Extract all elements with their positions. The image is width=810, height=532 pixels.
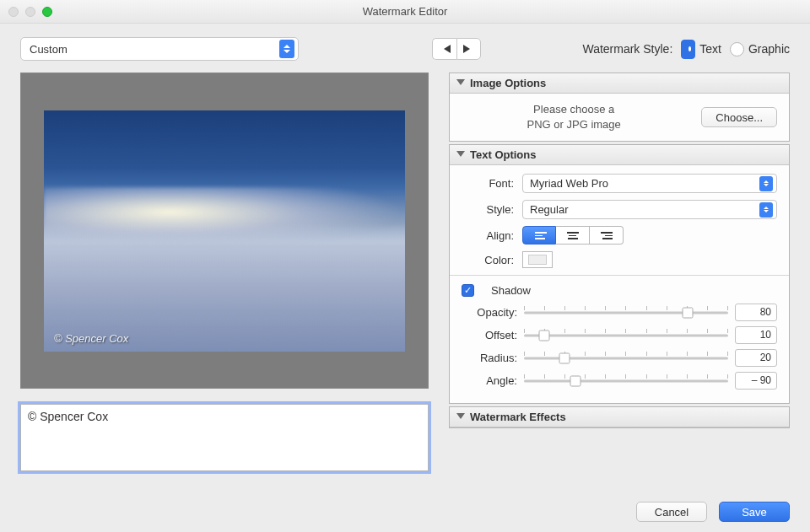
- dropdown-caret-icon: [279, 40, 294, 58]
- color-label: Color:: [462, 254, 514, 266]
- opacity-value[interactable]: 80: [735, 304, 777, 321]
- watermark-text-input[interactable]: © Spencer Cox: [20, 404, 429, 471]
- preview-area: © Spencer Cox: [20, 73, 429, 389]
- align-left-button[interactable]: [522, 226, 556, 245]
- disclosure-triangle-icon: [456, 413, 465, 423]
- radio-text-wrap[interactable]: Text: [681, 40, 721, 59]
- preset-value: Custom: [30, 43, 68, 56]
- disclosure-triangle-icon: [456, 79, 465, 89]
- radius-label: Radius:: [462, 352, 517, 364]
- radius-slider[interactable]: [524, 350, 728, 367]
- dropdown-caret-icon: [759, 176, 773, 191]
- toolbar: Custom Watermark Style: Text Graphic: [0, 24, 810, 67]
- radius-value[interactable]: 20: [735, 349, 777, 367]
- font-select[interactable]: Myriad Web Pro: [522, 174, 777, 193]
- color-swatch[interactable]: [522, 251, 553, 268]
- radio-graphic-wrap[interactable]: Graphic: [730, 42, 790, 56]
- style-label: Style:: [462, 203, 514, 216]
- offset-label: Offset:: [462, 329, 517, 341]
- panel-image-header[interactable]: Image Options: [450, 73, 789, 94]
- opacity-label: Opacity:: [462, 306, 517, 319]
- panel-text-header[interactable]: Text Options: [450, 145, 789, 165]
- offset-value[interactable]: 10: [735, 326, 777, 344]
- offset-slider[interactable]: [524, 327, 728, 344]
- angle-slider[interactable]: [524, 373, 728, 390]
- triangle-right-icon: [463, 45, 474, 53]
- next-button[interactable]: [456, 38, 481, 60]
- cancel-button[interactable]: Cancel: [636, 502, 707, 522]
- radio-text[interactable]: [681, 40, 695, 59]
- radio-graphic-label: Graphic: [748, 42, 790, 56]
- angle-label: Angle:: [462, 374, 517, 387]
- titlebar: Watermark Editor: [0, 0, 810, 24]
- nav-pair: [432, 38, 481, 60]
- panel-text-options: Text Options Font: Myriad Web Pro Style:…: [449, 144, 790, 404]
- panel-image-options: Image Options Please choose a PNG or JPG…: [449, 73, 790, 142]
- radio-text-label: Text: [699, 42, 721, 56]
- preview-image: © Spencer Cox: [44, 110, 405, 352]
- window-title: Watermark Editor: [0, 5, 810, 18]
- align-right-button[interactable]: [590, 226, 624, 245]
- triangle-left-icon: [440, 45, 451, 53]
- preset-dropdown[interactable]: Custom: [20, 37, 299, 61]
- footer-buttons: Cancel Save: [636, 502, 790, 522]
- angle-value[interactable]: – 90: [735, 372, 777, 390]
- align-center-button[interactable]: [556, 226, 590, 245]
- shadow-label: Shadow: [491, 284, 531, 297]
- panel-effects-header[interactable]: Watermark Effects: [450, 407, 789, 427]
- image-choose-message: Please choose a PNG or JPG image: [462, 102, 686, 132]
- align-segmented: [522, 226, 624, 245]
- choose-button[interactable]: Choose...: [701, 107, 777, 127]
- opacity-slider[interactable]: [524, 304, 728, 321]
- shadow-checkbox[interactable]: ✓: [462, 284, 474, 297]
- prev-button[interactable]: [432, 38, 456, 60]
- preview-watermark-text: © Spencer Cox: [54, 332, 128, 345]
- dropdown-caret-icon: [759, 202, 773, 218]
- radio-graphic[interactable]: [730, 42, 744, 56]
- style-select[interactable]: Regular: [522, 200, 777, 219]
- watermark-style-group: Watermark Style: Text Graphic: [582, 40, 790, 59]
- panel-watermark-effects: Watermark Effects: [449, 406, 790, 428]
- font-label: Font:: [462, 177, 514, 190]
- save-button[interactable]: Save: [719, 502, 790, 522]
- watermark-style-label: Watermark Style:: [582, 42, 672, 56]
- disclosure-triangle-icon: [456, 151, 465, 161]
- align-label: Align:: [462, 229, 514, 242]
